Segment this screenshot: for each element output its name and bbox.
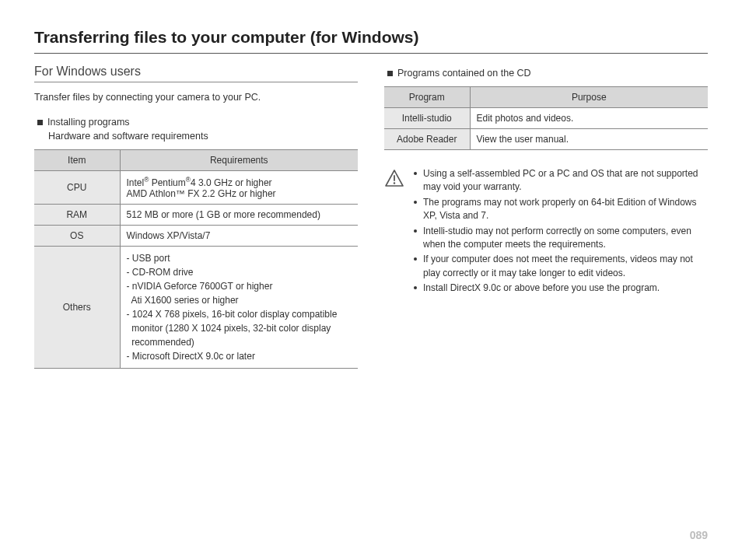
left-column: For Windows users Transfer files by conn… (34, 65, 358, 369)
subhead-label: Programs contained on the CD (397, 68, 531, 79)
cell-others-label: Others (34, 247, 120, 369)
warning-list: Using a self-assembled PC or a PC and OS… (414, 167, 708, 297)
square-bullet-icon (37, 120, 43, 125)
th-program: Program (384, 87, 470, 108)
th-item: Item (34, 150, 120, 171)
list-item: If your computer does not meet the requi… (414, 253, 708, 280)
manual-page: Transferring files to your computer (for… (0, 0, 742, 560)
table-row: RAM 512 MB or more (1 GB or more recomme… (34, 205, 358, 226)
cell-ram-value: 512 MB or more (1 GB or more recommended… (120, 205, 358, 226)
svg-point-2 (394, 182, 395, 184)
cell-os-label: OS (34, 226, 120, 247)
section-divider (34, 82, 358, 82)
programs-table: Program Purpose Intelli-studio Edit phot… (384, 86, 708, 150)
cell-purpose: Edit photos and videos. (470, 108, 708, 129)
th-requirements: Requirements (120, 150, 358, 171)
table-row: OS Windows XP/Vista/7 (34, 226, 358, 247)
list-item: Install DirectX 9.0c or above before you… (414, 282, 708, 295)
square-bullet-icon (387, 71, 393, 76)
two-column-layout: For Windows users Transfer files by conn… (34, 65, 708, 369)
section-heading-windows-users: For Windows users (34, 65, 358, 79)
cell-others-value: - USB port- CD-ROM drive- nVIDIA Geforce… (120, 247, 358, 369)
warning-icon (384, 169, 404, 191)
subhead-installing-programs: Installing programs (37, 117, 358, 128)
list-item: Intelli-studio may not perform correctly… (414, 225, 708, 252)
cell-cpu-value: Intel® Pentium®4 3.0 GHz or higherAMD At… (120, 171, 358, 205)
cell-program: Intelli-studio (384, 108, 470, 129)
cell-os-value: Windows XP/Vista/7 (120, 226, 358, 247)
table-row: Intelli-studio Edit photos and videos. (384, 108, 708, 129)
subhead-label: Installing programs (47, 117, 130, 128)
warning-block: Using a self-assembled PC or a PC and OS… (384, 167, 708, 297)
page-title: Transferring files to your computer (for… (34, 28, 708, 47)
list-item: The programs may not work properly on 64… (414, 196, 708, 223)
table-row: Adobe Reader View the user manual. (384, 129, 708, 150)
right-column: Programs contained on the CD Program Pur… (384, 65, 708, 369)
cell-purpose: View the user manual. (470, 129, 708, 150)
intro-text: Transfer files by connecting your camera… (34, 92, 358, 103)
th-purpose: Purpose (470, 87, 708, 108)
requirements-table: Item Requirements CPU Intel® Pentium®4 3… (34, 149, 358, 369)
cell-ram-label: RAM (34, 205, 120, 226)
cell-program: Adobe Reader (384, 129, 470, 150)
list-item: Using a self-assembled PC or a PC and OS… (414, 167, 708, 194)
title-divider (34, 53, 708, 54)
cell-cpu-label: CPU (34, 171, 120, 205)
subhead-requirements-label: Hardware and software requirements (48, 131, 358, 142)
table-row: CPU Intel® Pentium®4 3.0 GHz or higherAM… (34, 171, 358, 205)
page-number: 089 (690, 529, 708, 541)
subhead-programs-cd: Programs contained on the CD (387, 68, 708, 79)
table-row: Others - USB port- CD-ROM drive- nVIDIA … (34, 247, 358, 369)
